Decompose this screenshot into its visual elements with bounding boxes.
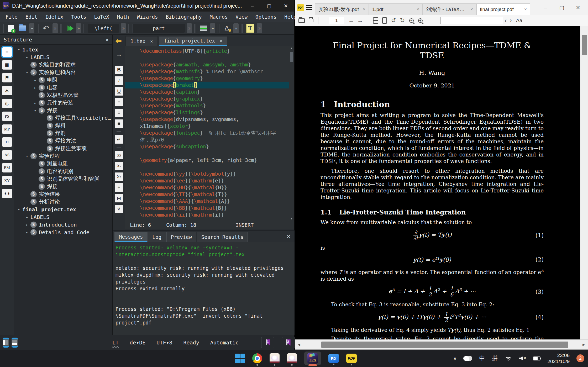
structure-item[interactable]: S焊接方法 [14,137,112,145]
scroll-thumb[interactable] [582,35,587,55]
toolbar-overflow[interactable]: » [233,23,239,33]
italic-button[interactable]: I [115,76,123,85]
scroll-thumb[interactable] [321,342,568,348]
page-number-input[interactable]: 1 [329,17,344,24]
code-editor[interactable]: \documentclass[UTF-8]{article} \usepacka… [125,46,294,229]
structure-item[interactable]: S测量电阻 [14,160,112,167]
fraction-box-button[interactable]: ⊟ [115,194,123,202]
game-launcher-icon[interactable] [270,353,280,363]
rotate-right-button[interactable]: ↻ [398,17,407,24]
expand-icon[interactable]: ▸ [24,215,30,219]
inline-math-button[interactable]: $$ [115,151,123,159]
single-layout-button[interactable] [380,17,389,24]
tab-close-icon[interactable]: × [524,7,527,12]
toolbar-overflow[interactable]: » [187,23,192,33]
structure-item[interactable]: S电容的识别 [14,167,112,175]
format-text-button[interactable]: T [245,23,255,33]
messages-tab-log[interactable]: Log [148,232,166,242]
tab-close-icon[interactable]: × [470,7,473,12]
math-delimiter-combo[interactable]: \left( [88,24,119,33]
messages-tab-preview[interactable]: Preview [166,232,196,242]
onedrive-icon[interactable] [463,356,472,361]
menu-bibliography[interactable]: Bibliography [162,12,206,22]
document-lines-icon[interactable]: ≣ [2,60,12,70]
build-and-view-button[interactable] [64,23,74,33]
expand-icon[interactable]: ▸ [32,86,39,90]
menu-file[interactable]: File [2,12,22,22]
menu-options[interactable]: Options [251,12,280,22]
facing-layout-button[interactable] [371,17,380,24]
underline-button[interactable]: U [115,87,123,96]
structure-item[interactable]: S识别晶体管管型和管脚 [14,175,112,183]
messages-close-icon[interactable]: ✕ [286,233,295,240]
tabular-wizard-button[interactable] [198,23,208,33]
expand-icon[interactable]: ▸ [24,230,30,234]
toggle-messages-panel-button[interactable] [12,338,18,348]
align-center-button[interactable]: ≡ [115,109,123,117]
expand-icon[interactable]: ▸ [32,78,39,82]
pdf-view[interactable]: Final Project for Numerical Recipes—TDME… [295,26,580,340]
open-document-button[interactable] [18,23,28,33]
minimize-button[interactable]: – [244,0,261,12]
rotate-left-button[interactable]: ↺ [389,17,398,24]
search-input[interactable] [440,17,503,24]
next-document-icon[interactable]: → [115,50,123,58]
structure-item[interactable]: ▸SDetails and Code [14,228,112,236]
close-button[interactable]: ✕ [277,0,294,12]
print-button[interactable] [306,19,315,22]
game-launcher-icon-2[interactable] [287,353,297,363]
toolbar-overflow[interactable]: » [52,23,58,33]
newline-button[interactable]: ↵ [115,135,123,144]
structure-item[interactable]: ▾S实验过程 [14,152,112,160]
undo-button[interactable]: ↶ [41,23,51,33]
beamer-panel-icon[interactable]: BM [2,163,12,172]
section-level-combo[interactable]: part [133,24,185,33]
open-file-button[interactable] [297,18,306,23]
symbols-panel-icon[interactable]: ∗ [2,86,12,95]
volume-muted-icon[interactable]: ✕ [519,356,526,361]
collapse-icon[interactable]: ▾ [15,48,22,52]
sumatrapdf-taskbar-icon[interactable]: PDF [346,354,357,363]
zoom-out-button[interactable]: − [407,18,416,23]
tab-close-icon[interactable]: × [363,7,365,12]
superscript-button[interactable]: X▫ [115,172,123,181]
menu-math[interactable]: Math [113,12,133,22]
structure-item[interactable]: S实验目的和要求 [14,61,112,69]
battery-icon[interactable] [533,356,540,360]
structure-item[interactable]: ▸LABELS [14,213,112,221]
toolbar-overflow[interactable]: » [121,23,126,33]
chrome-icon[interactable] [252,353,262,363]
misc-symbols-panel-icon[interactable]: ∗∗ [2,189,12,198]
pdf-tab[interactable]: 1.pdf× [369,3,423,15]
scroll-down-icon[interactable]: ▼ [289,217,294,220]
expand-icon[interactable]: ▸ [24,223,30,227]
pstricks-panel-icon[interactable]: PS [2,112,12,121]
structure-item[interactable]: S焊接 [14,183,112,190]
ime-mode-indicator[interactable]: 拼 [492,354,497,362]
tikz-panel-icon[interactable]: TI [2,137,12,147]
pdf-tab[interactable]: final project.pdf× [476,3,530,15]
menu-wizards[interactable]: Wizards [133,12,162,22]
find-next-button[interactable]: › [510,17,512,24]
toolbar-overflow[interactable]: » [210,23,215,33]
dictionary-select[interactable]: de▾DE [130,339,145,346]
bold-button[interactable]: B [115,66,123,74]
texstudio-taskbar-icon[interactable]: TEX [304,352,321,365]
editor-scrollbar[interactable]: ▲ ▼ [289,46,294,221]
toolbar-overflow[interactable]: » [76,23,81,33]
structure-item[interactable]: ▾S焊接 [14,107,112,114]
structure-item[interactable]: S实验结果 [14,190,112,198]
close-button[interactable]: ✕ [570,2,586,13]
collapse-icon[interactable]: ▾ [15,207,22,212]
new-document-button[interactable]: + [6,23,16,33]
find-previous-button[interactable]: ‹ [505,17,507,24]
menu-hamburger-icon[interactable] [306,5,312,10]
maximize-button[interactable]: ▢ [554,2,570,13]
messages-tab-search-results[interactable]: Search Results [197,232,248,242]
tab-close-icon[interactable]: ✕ [150,39,153,44]
bookmarks-panel-icon[interactable]: ⚑ [2,73,12,82]
start-button[interactable] [235,354,245,363]
structure-item[interactable]: S焊料 [14,122,112,129]
structure-close-icon[interactable]: ✕ [106,36,109,43]
subscript-button[interactable]: X▫ [115,162,123,170]
